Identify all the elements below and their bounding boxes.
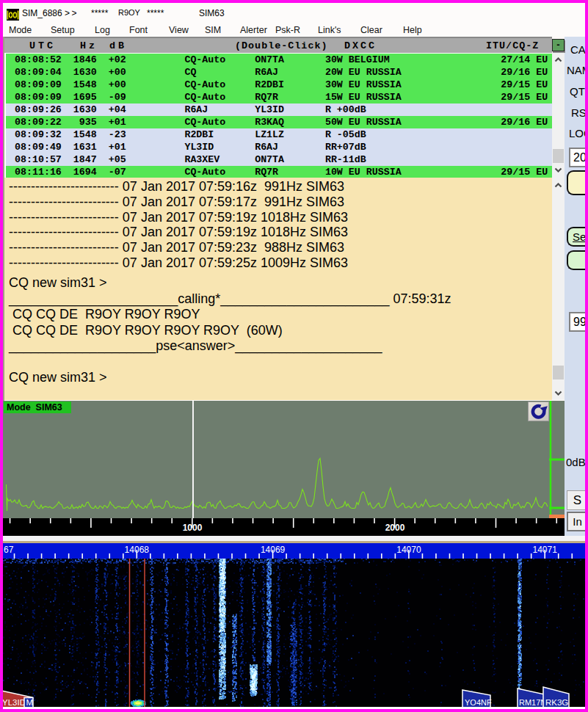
svg-text:YO4NF: YO4NF	[465, 698, 492, 707]
svg-text:2000: 2000	[385, 523, 405, 533]
svg-text:RK3G: RK3G	[545, 698, 568, 707]
svg-text:14069: 14069	[261, 545, 286, 555]
svg-text:YL3ID: YL3ID	[2, 698, 26, 707]
svg-text:14071: 14071	[533, 545, 558, 555]
svg-text:RM17N: RM17N	[519, 698, 546, 707]
svg-text:1000: 1000	[183, 523, 203, 533]
svg-text:67: 67	[4, 545, 14, 555]
svg-text:M: M	[26, 698, 34, 707]
svg-text:14070: 14070	[396, 545, 421, 555]
svg-text:14068: 14068	[125, 545, 150, 555]
